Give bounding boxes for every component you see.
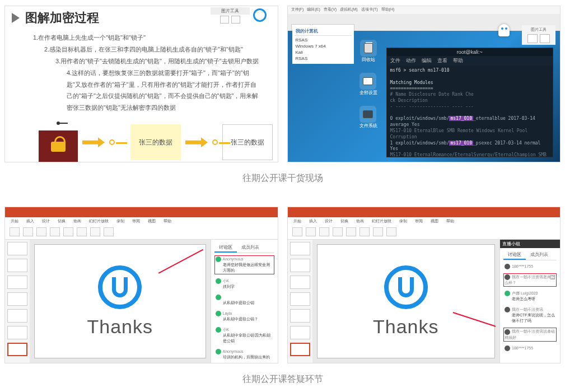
gallery-row-1: 图解加密过程 图片工具 1.在作者电脑上先生成一个"钥匙"和"锁子" 2.感染目…: [4, 6, 561, 162]
toolbox-label: 图片工具: [524, 27, 554, 32]
caption-row-2: 往期公开课答疑环节: [4, 374, 561, 385]
caption-row-1: 往期公开课干货现场: [4, 172, 561, 184]
vm-item: Kali: [295, 49, 352, 55]
panel-header: 我的计算机: [295, 27, 352, 36]
chat-message: Anonymous老师您好我是做运维安全测方面的: [214, 255, 274, 274]
annotation-line: [158, 249, 203, 274]
ppt-titlebar: [5, 207, 278, 217]
ppt-content: Thanks 直播小组 讨论区 成员列表 186****1755我在一朝不法资讯…: [288, 240, 561, 363]
vm-library-panel: 我的计算机 RSAS Windows 7 x64 Kali RSAS: [292, 25, 354, 64]
ppt-content: Thanks 讨论区 成员列表 Anonymous老师您好我是做运维安全测方面的…: [5, 240, 278, 363]
image-toolbox: 图片工具: [211, 7, 250, 25]
terminal-window: root@kali:~ 文件动作编辑查看帮助 msf6 > search ms1…: [386, 48, 554, 157]
black-key-icon: [57, 122, 60, 125]
chat-message: 186****1755: [503, 263, 557, 270]
chat-message: 从私钥中提取公钥: [214, 293, 274, 307]
image-toolbox: 图片工具: [522, 25, 555, 45]
gold-key-icon: [109, 139, 115, 145]
slide-thumbnails: [288, 240, 312, 363]
chat-message: 小K从私钥中拿取公钥 因为私钥是公钥: [214, 326, 274, 345]
chat-tab-discussion: 讨论区: [503, 250, 526, 260]
thumbnail-kali-terminal: 文件(F)编辑(E)查看(V)虚拟机(M)选项卡(T)帮助(H) Kali Wi…: [287, 6, 561, 162]
chat-message: 186****1755: [503, 344, 557, 352]
step-4: 4.这样的话，要想恢复张三的数据就需要打开"箱子"，而"箱子"的"钥匙"又放在作…: [33, 67, 261, 114]
gold-key-icon: [212, 139, 218, 145]
encryption-diagram: 张三的数据 张三的数据: [5, 114, 278, 162]
slide-title: 图解加密过程: [25, 10, 99, 26]
slide-body: 1.在作者电脑上先生成一个"钥匙"和"锁子" 2.感染目标机器后，在张三和李四的…: [5, 30, 278, 114]
chat-message: 我在一朝不法资讯老师CTF来说说呗，怎么做不打了吗: [503, 306, 557, 325]
ppt-ribbon: 开始插入设计切换动画幻灯片放映录制审阅视图帮助: [5, 217, 278, 240]
ppt-titlebar: [288, 207, 561, 217]
terminal-menubar: 文件动作编辑查看帮助: [387, 56, 553, 66]
thanks-text: Thanks: [373, 316, 439, 338]
toolbox-label: 图片工具: [211, 7, 250, 15]
trash-icon: [360, 40, 377, 57]
brand-logo-icon: [98, 265, 142, 309]
brand-logo-icon: [384, 265, 428, 309]
step-1: 1.在作者电脑上先生成一个"钥匙"和"锁子": [33, 32, 261, 44]
vm-menubar: 文件(F)编辑(E)查看(V)虚拟机(M)选项卡(T)帮助(H): [288, 6, 561, 14]
chat-tabs: 讨论区 成员列表: [503, 250, 557, 260]
chat-tab-members: 成员列表: [237, 243, 264, 253]
vm-item: RSAS: [295, 37, 352, 43]
thumbnail-ppt-chat-1: 开始插入设计切换动画幻灯片放映录制审阅视图帮助 Thanks 讨论区 成员列表: [4, 207, 278, 363]
settings-icon: [359, 73, 376, 90]
course-gallery: 图解加密过程 图片工具 1.在作者电脑上先生成一个"钥匙"和"锁子" 2.感染目…: [0, 0, 565, 392]
files-icon: [359, 106, 376, 123]
chat-tab-discussion: 讨论区: [214, 243, 237, 253]
slide-thumbnails: [5, 240, 30, 363]
arrow-icon: [185, 137, 208, 147]
panel-title: 直播小组: [500, 240, 560, 248]
thanks-text: Thanks: [87, 316, 153, 338]
ppt-ribbon: 开始插入设计切换动画幻灯片放映录制审阅视图帮助: [288, 217, 561, 240]
vm-item: RSAS: [295, 55, 352, 62]
chat-tab-members: 成员列表: [526, 250, 553, 260]
thumbnail-ppt-chat-2: 开始插入设计切换动画幻灯片放映录制审阅视图帮助 Thanks 直播小组 讨论区 …: [287, 207, 561, 363]
chat-message: 卢娜 Luigi2020老师怎么考呀: [503, 290, 557, 303]
chat-message: 小K抓到字: [214, 277, 274, 291]
lock-box-icon: [39, 130, 78, 162]
ghost-icon: [498, 24, 510, 36]
terminal-title: root@kali:~: [387, 48, 553, 56]
chat-message: 我在一朝不法资讯老师怎么样？: [503, 273, 557, 287]
terminal-output: msf6 > search ms17-010 Matching Modules=…: [387, 66, 553, 157]
arrow-icon: [82, 137, 105, 147]
data-note-1: 张三的数据: [130, 124, 181, 160]
slide-canvas: Thanks: [317, 244, 496, 358]
chat-panel: 直播小组 讨论区 成员列表 186****1755我在一朝不法资讯老师怎么样？卢…: [499, 240, 560, 363]
step-2: 2.感染目标机器后，在张三和李四的电脑上随机生成各自的"锁子"和"钥匙": [33, 44, 261, 55]
vm-item: Windows 7 x64: [295, 43, 352, 49]
chat-message: Anonymous培训的机构，后面较出来的: [214, 348, 274, 361]
chat-message: Layla从私钥中提取公钥？: [214, 310, 274, 323]
chat-panel: 讨论区 成员列表 Anonymous老师您好我是做运维安全测方面的小K抓到字从私…: [211, 240, 278, 363]
annotation-line: [453, 312, 496, 326]
brand-logo-icon: [253, 8, 267, 22]
step-3: 3.用作者的"锁子"去锁随机生成的"钥匙"，用随机生成的"锁子"去锁用户数据: [33, 55, 261, 67]
slide-canvas: Thanks: [34, 244, 206, 358]
thumbnail-encryption-slide: 图解加密过程 图片工具 1.在作者电脑上先生成一个"钥匙"和"锁子" 2.感染目…: [4, 6, 278, 162]
chat-message: 我在一朝不法资讯说基础就很好: [503, 328, 557, 341]
gallery-row-2: 开始插入设计切换动画幻灯片放映录制审阅视图帮助 Thanks 讨论区 成员列表: [4, 207, 561, 363]
desktop-icons: 回收站 全部设置 文件系统: [359, 40, 377, 129]
chat-tabs: 讨论区 成员列表: [214, 243, 274, 253]
bullet-icon: [12, 13, 20, 23]
